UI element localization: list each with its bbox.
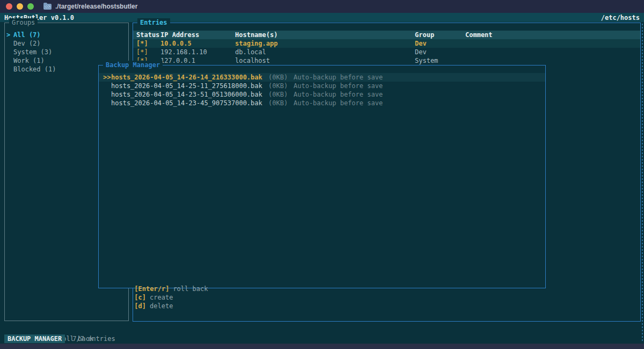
- backup-filename: hosts_2026-04-05_14-23-45_907537000.bak: [111, 99, 268, 107]
- entry-comment: [465, 48, 640, 56]
- entries-panel-title: Entries: [137, 18, 170, 27]
- entry-hostnames: db.local: [235, 48, 415, 56]
- backup-description: Auto-backup before save: [294, 82, 383, 90]
- column-header-ip: IP Address: [160, 31, 235, 39]
- column-header-status: Status: [136, 31, 160, 39]
- modal-keyboard-hints: [Enter/r]roll back [c]create [d]delete: [111, 276, 215, 285]
- hosts-file-path: /etc/hosts: [601, 13, 640, 22]
- entry-hostnames: localhost: [235, 56, 415, 65]
- terminal-window: ./target/release/hostsbutler HostsButler…: [0, 0, 644, 349]
- backup-row[interactable]: >> hosts_2026-04-05_14-26-14_216333000.b…: [99, 73, 545, 82]
- backup-size: (0KB): [268, 99, 294, 107]
- backup-description: Auto-backup before save: [294, 73, 383, 82]
- backup-row[interactable]: hosts_2026-04-05_14-23-51_051306000.bak …: [99, 90, 545, 99]
- column-header-group: Group: [415, 31, 465, 39]
- selection-marker-icon: >: [5, 31, 13, 39]
- entry-row[interactable]: [*] 10.0.0.5 staging.app Dev: [133, 39, 640, 48]
- statusbar-keyboard-hints: [Enter/r]Roll back [c]Create [d]Delete […: [4, 326, 101, 335]
- backup-description: Auto-backup before save: [294, 99, 383, 107]
- entries-header-row: Status IP Address Hostname(s) Group Comm…: [133, 31, 640, 39]
- column-header-comment: Comment: [465, 31, 640, 39]
- mode-badge: BACKUP MANAGER: [4, 335, 65, 343]
- entries-table: Status IP Address Hostname(s) Group Comm…: [133, 23, 640, 65]
- folder-icon: [43, 4, 52, 10]
- backup-manager-title: Backup Manager: [103, 61, 163, 69]
- entry-count: 7/7 entries: [72, 335, 115, 343]
- entry-group: Dev: [415, 39, 465, 48]
- backup-list: >> hosts_2026-04-05_14-26-14_216333000.b…: [99, 66, 545, 107]
- entry-comment: [465, 39, 640, 48]
- backup-filename: hosts_2026-04-05_14-26-14_216333000.bak: [111, 73, 268, 82]
- zoom-window-icon[interactable]: [27, 3, 34, 10]
- entry-row[interactable]: [*] 192.168.1.10 db.local Dev: [133, 48, 640, 56]
- close-window-icon[interactable]: [6, 3, 12, 10]
- backup-filename: hosts_2026-04-05_14-23-51_051306000.bak: [111, 90, 268, 99]
- group-item-dev[interactable]: Dev (2): [5, 39, 128, 48]
- terminal-bottom-strip: [0, 344, 644, 349]
- backup-size: (0KB): [268, 90, 294, 99]
- titlebar: ./target/release/hostsbutler: [0, 0, 644, 13]
- group-item-system[interactable]: System (3): [5, 48, 128, 56]
- backup-size: (0KB): [268, 73, 294, 82]
- minimize-window-icon[interactable]: [17, 3, 23, 10]
- selection-marker-icon: >>: [99, 73, 111, 82]
- key-hint-create: [c]: [134, 294, 146, 301]
- entry-hostnames: staging.app: [235, 39, 415, 48]
- entry-ip: 10.0.0.5: [160, 39, 235, 48]
- groups-panel-title: Groups: [9, 18, 38, 27]
- key-hint-delete: [d]: [134, 302, 146, 310]
- statusbar-mode: BACKUP MANAGER 7/7 entries: [4, 335, 115, 343]
- backup-size: (0KB): [268, 82, 294, 90]
- group-item-all[interactable]: > All (7): [5, 31, 128, 39]
- column-header-hostnames: Hostname(s): [235, 31, 415, 39]
- app-header: HostsButler v0.1.0 /etc/hosts: [0, 13, 644, 22]
- scrollbar[interactable]: [642, 24, 643, 343]
- entry-group: Dev: [415, 48, 465, 56]
- entry-status: [*]: [136, 39, 160, 48]
- entry-row[interactable]: [*] 127.0.0.1 localhost System: [133, 56, 640, 65]
- backup-filename: hosts_2026-04-05_14-25-11_275618000.bak: [111, 82, 268, 90]
- backup-description: Auto-backup before save: [294, 90, 383, 99]
- backup-row[interactable]: hosts_2026-04-05_14-25-11_275618000.bak …: [99, 82, 545, 90]
- entry-ip: 127.0.0.1: [160, 56, 235, 65]
- entry-comment: [465, 56, 640, 65]
- key-hint-rollback: [Enter/r]: [134, 285, 169, 293]
- backup-manager-modal: Backup Manager >> hosts_2026-04-05_14-26…: [98, 65, 546, 288]
- entry-ip: 192.168.1.10: [160, 48, 235, 56]
- backup-row[interactable]: hosts_2026-04-05_14-23-45_907537000.bak …: [99, 99, 545, 107]
- entry-status: [*]: [136, 48, 160, 56]
- entry-group: System: [415, 56, 465, 65]
- window-title: ./target/release/hostsbutler: [55, 2, 137, 11]
